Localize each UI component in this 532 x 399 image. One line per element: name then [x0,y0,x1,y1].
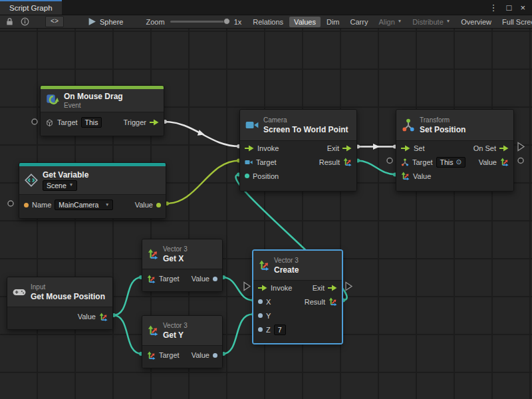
target-this-chip[interactable]: This [81,117,102,128]
dropdown-arrow-icon: ▼ [446,19,450,24]
scope-icon: ⊙ [456,159,461,166]
zoom-slider-handle[interactable] [223,18,230,25]
titlebar-spacer [62,0,489,15]
node-category: Transform [420,116,466,124]
graph-owner-icon [88,17,96,26]
variable-kind-dropdown[interactable]: Scene ▼ [43,180,77,191]
flow-in-icon[interactable] [401,145,410,152]
vector3-port-icon[interactable] [329,297,337,306]
camera-icon [245,118,259,132]
flow-in-icon[interactable] [258,285,267,291]
variable-icon [25,174,38,187]
info-icon[interactable] [21,17,29,26]
node-get-x[interactable]: Vector 3 Get X Target Value [142,239,223,292]
flow-out-icon[interactable] [328,285,337,291]
node-set-position[interactable]: Transform Set Position Set On Set Target [396,109,514,192]
node-title: Get Variable [43,170,88,180]
node-title: Get X [163,254,188,263]
dropdown-arrow-icon: ▼ [105,203,109,207]
zoom-value: 1x [234,18,242,26]
transform-port-icon[interactable] [401,158,409,166]
variable-name-dropdown[interactable]: MainCamera ▼ [55,200,113,210]
overview-button[interactable]: Overview [456,17,496,27]
tab-title: Script Graph [9,4,53,12]
node-title: Get Y [163,331,188,340]
float-in-port-icon[interactable] [258,327,263,332]
vector3-port-icon[interactable] [500,158,509,166]
flow-in-icon[interactable] [245,145,254,152]
vector3-port-icon[interactable] [343,158,352,166]
node-vector3-create[interactable]: Vector 3 Create Invoke Exit X [253,250,342,344]
float-in-port-icon[interactable] [258,299,263,304]
close-icon[interactable]: × [520,3,525,13]
node-category: Input [31,283,105,291]
edit-source-button[interactable]: <> [45,16,64,27]
align-button[interactable]: Align ▼ [374,17,406,27]
fullscreen-button[interactable]: Full Screen [497,17,532,27]
carry-button[interactable]: Carry [346,17,373,27]
lock-icon[interactable] [5,17,14,26]
graph-toolbar: <> Sphere Zoom 1x Relations Values Dim C… [0,15,532,29]
graph-owner[interactable]: Sphere [88,17,123,26]
node-screen-to-world-point[interactable]: Camera Screen To World Point Invoke Exit… [239,109,357,192]
node-title: Get Mouse Position [31,292,105,301]
relations-button[interactable]: Relations [248,17,288,27]
vector3-icon [148,249,158,259]
vector3-in-port-icon[interactable] [401,172,410,180]
node-get-mouse-position[interactable]: Input Get Mouse Position Value [7,277,113,330]
node-title: Create [274,265,299,275]
gameobject-port-icon[interactable] [45,118,54,127]
node-get-variable[interactable]: Get Variable Scene ▼ Name MainCamera ▼ [19,162,166,219]
value-out-port-icon[interactable] [156,203,161,207]
mouse-drag-event-icon [46,94,59,107]
window-menu-icon[interactable]: ⋮ [489,3,498,13]
float-in-port-icon[interactable] [258,313,263,318]
vector3-icon [259,260,269,271]
node-subtitle: Event [64,102,123,110]
node-get-y[interactable]: Vector 3 Get Y Target Value [142,315,223,368]
dim-button[interactable]: Dim [322,17,344,27]
flow-out-icon[interactable] [342,145,352,152]
distribute-button[interactable]: Distribute ▼ [408,17,455,27]
target-this-chip[interactable]: This ⊙ [436,157,466,168]
transform-icon [402,118,415,132]
flow-out-icon[interactable] [150,119,159,126]
node-category: Vector 3 [163,322,188,330]
window-titlebar: Script Graph ⋮ □ × [0,0,532,15]
vector3-port-icon[interactable] [99,313,108,321]
node-category: Camera [263,116,348,124]
gamepad-icon [13,287,26,297]
dropdown-arrow-icon: ▼ [69,183,73,188]
graph-canvas[interactable]: On Mouse Drag Event Target This Trigger [0,29,532,399]
node-category: Vector 3 [274,257,299,265]
zoom-slider[interactable] [170,21,229,23]
float-out-port-icon[interactable] [213,277,217,281]
string-port-icon[interactable] [24,203,29,207]
values-button[interactable]: Values [289,17,321,27]
float-out-port-icon[interactable] [213,353,217,358]
maximize-icon[interactable]: □ [507,3,512,13]
node-on-mouse-drag[interactable]: On Mouse Drag Event Target This Trigger [40,85,164,136]
node-title: On Mouse Drag [64,92,123,101]
node-title: Screen To World Point [263,125,348,134]
tab-script-graph[interactable]: Script Graph [0,0,62,15]
vector3-icon [148,325,158,336]
graph-owner-name: Sphere [100,18,123,26]
dropdown-arrow-icon: ▼ [398,19,402,24]
vector3-in-port-icon[interactable] [245,174,249,178]
flow-out-icon[interactable] [499,145,509,152]
camera-port-icon[interactable] [245,158,253,166]
vector3-in-port-icon[interactable] [147,351,156,360]
node-title: Set Position [420,125,466,134]
vector3-in-port-icon[interactable] [147,275,156,283]
z-value-input[interactable]: 7 [274,325,286,335]
node-category: Vector 3 [163,245,188,253]
zoom-label: Zoom [146,18,165,26]
